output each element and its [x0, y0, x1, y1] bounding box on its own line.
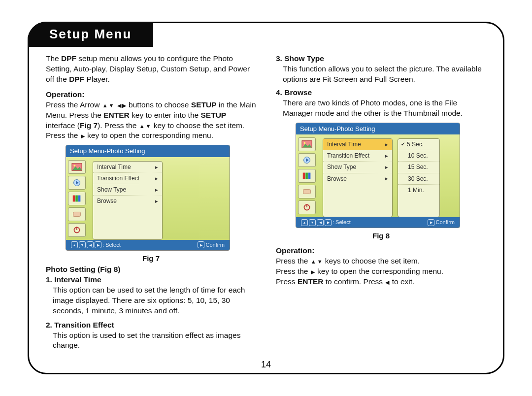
page-frame: Setup Menu The DPF setup menu allows you… [28, 22, 504, 374]
operation-text-right: Press the ▲▼ keys to choose the set item… [276, 256, 486, 287]
text: interface ( [46, 121, 80, 130]
submenu-row: 1 Min. [398, 185, 439, 196]
foot-select-label: : Select [102, 241, 121, 249]
play-icon: ▶ [428, 219, 434, 226]
option-label: Browse [97, 197, 117, 205]
bold-dpf: DPF [61, 54, 76, 63]
intro-paragraph: The DPF setup menu allows you to configu… [46, 54, 256, 85]
display-icon [298, 169, 316, 183]
device-sidebar [296, 134, 321, 217]
down-icon: ▼ [79, 241, 86, 248]
browse-heading: 4. Browse [276, 88, 312, 97]
interval-time-text: This option can be used to set the lengt… [46, 285, 256, 316]
down-icon: ▼ [146, 123, 151, 130]
option-row: Transition Effect▸ [93, 173, 162, 184]
power-icon [68, 223, 86, 237]
custom-icon [298, 185, 316, 198]
fig8-screenshot: Setup Menu-Photo Setting Interval Time▸ [296, 123, 486, 228]
foot-confirm-label: Confirm [205, 241, 225, 249]
right-icon: ▶ [81, 132, 85, 140]
text: Press the [276, 257, 310, 265]
custom-icon [68, 207, 86, 221]
up-icon: ▲ [71, 241, 78, 248]
option-row: Browse▸ [323, 173, 392, 184]
power-icon [298, 200, 316, 214]
bold-fig7: Fig 7 [80, 121, 98, 130]
bold-setup: SETUP [200, 111, 226, 119]
svg-rect-14 [308, 173, 311, 179]
right-icon: ▸ [385, 141, 388, 148]
option-label: Browse [327, 175, 347, 183]
text: key to open the corresponding menu. [85, 131, 213, 139]
submenu-label: 1 Min. [408, 186, 424, 194]
down-icon: ▼ [309, 219, 316, 226]
operation-heading: Operation: [276, 246, 486, 256]
transition-effect-heading: 2. Transition Effect [46, 321, 114, 329]
right-icon: ▶ [311, 268, 315, 276]
submenu-label: 10 Sec. [408, 152, 428, 160]
text: to confirm. Press [323, 277, 385, 286]
show-type-text: This function allows you to select the p… [276, 64, 486, 85]
svg-rect-6 [73, 212, 81, 216]
text: to exit. [390, 277, 414, 286]
bold-setup: SETUP [191, 100, 217, 109]
text: ). Press the [98, 121, 139, 130]
device-footer: ▲▼◀▶: Select ▶Confirm [296, 217, 460, 228]
foot-confirm-label: Confirm [435, 219, 455, 226]
text: keys to choose the set item. [323, 257, 420, 265]
up-icon: ▲ [139, 123, 145, 130]
operation-text: Press the Arrow ▲▼ ◀▶ buttons to choose … [46, 100, 256, 141]
submenu-row: ✔5 Sec. [398, 139, 439, 150]
option-label: Show Type [327, 163, 356, 171]
text: buttons to choose [127, 100, 191, 109]
play-icon: ▶ [198, 241, 204, 248]
bold-enter: ENTER [103, 111, 130, 119]
device-titlebar: Setup Menu-Photo Setting [66, 145, 230, 157]
photo-icon [68, 160, 86, 174]
right-icon: ▸ [155, 186, 158, 194]
section-title-tab: Setup Menu [28, 22, 153, 47]
fig8-options-panel: Interval Time▸ Transition Effect▸ Show T… [323, 138, 393, 217]
text: Press the [276, 267, 310, 275]
submenu-label: 30 Sec. [408, 175, 428, 183]
left-icon: ◀ [385, 279, 389, 286]
interval-time-heading: 1. Interval Time [46, 275, 101, 284]
fig7-options-panel: Interval Time▸ Transition Effect▸ Show T… [93, 161, 163, 240]
option-row: Show Type▸ [323, 162, 392, 173]
show-type-heading: 3. Show Type [276, 54, 324, 63]
play-icon [298, 153, 316, 167]
operation-heading: Operation: [46, 90, 256, 100]
option-row: Browse▸ [93, 196, 162, 206]
right-icon: ▸ [385, 164, 388, 171]
text: Player. [84, 75, 110, 83]
bold-enter: ENTER [298, 277, 324, 286]
option-label: Transition Effect [97, 174, 139, 182]
submenu-label: 15 Sec. [408, 163, 428, 171]
svg-rect-4 [75, 196, 78, 202]
up-icon: ▲ [301, 219, 308, 226]
right-icon: ▸ [385, 175, 388, 182]
option-row: Interval Time▸ [93, 162, 162, 173]
page-number: 14 [29, 360, 503, 370]
right-icon: ▶ [325, 219, 332, 226]
left-icon: ◀ [87, 241, 94, 248]
option-row: Transition Effect▸ [323, 150, 392, 162]
up-icon: ▲ [311, 258, 316, 265]
down-icon: ▼ [109, 102, 114, 109]
display-icon [68, 192, 86, 205]
text: Press [276, 277, 298, 286]
left-icon: ◀ [117, 102, 121, 109]
fig8-caption: Fig 8 [276, 231, 486, 241]
submenu-label: 5 Sec. [407, 140, 424, 148]
submenu-row: 10 Sec. [398, 150, 439, 162]
right-icon: ▸ [155, 198, 158, 205]
text: key to open the corresponding menu. [315, 267, 443, 275]
photo-setting-heading: Photo Setting (Fig 8) [46, 265, 121, 273]
svg-rect-13 [305, 173, 308, 179]
option-row-selected: Interval Time▸ [323, 139, 392, 150]
device-sidebar [66, 157, 91, 240]
photo-icon [298, 137, 316, 151]
option-label: Show Type [97, 186, 126, 194]
submenu-row: 15 Sec. [398, 162, 439, 173]
bold-dpf: DPF [69, 75, 84, 83]
